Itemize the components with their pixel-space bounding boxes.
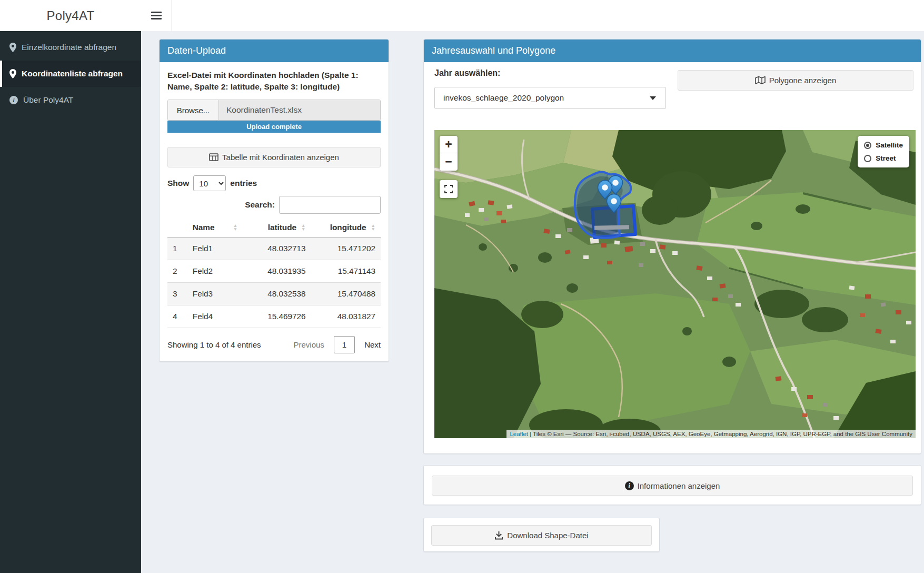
- sidebar-item-ueber[interactable]: i Über Poly4AT: [0, 87, 141, 113]
- fullscreen-button[interactable]: [440, 180, 458, 198]
- previous-page-button[interactable]: Previous: [293, 340, 324, 349]
- show-table-button[interactable]: Tabelle mit Koordinaten anzeigen: [167, 147, 381, 167]
- map-attribution: Leaflet | Tiles © Esri — Source: Esri, i…: [506, 430, 916, 438]
- map-marker-icon: [9, 43, 16, 52]
- zoom-control: + −: [440, 136, 458, 171]
- file-input: Browse... KoordinatenTest.xlsx: [167, 100, 381, 121]
- map-panel-title: Jahresauswahl und Polygone: [424, 39, 921, 62]
- upload-progress-bar: Upload complete: [167, 121, 381, 133]
- next-page-button[interactable]: Next: [364, 340, 381, 349]
- column-header-longitude[interactable]: longitude ▲▼: [311, 218, 381, 238]
- sidebar-item-einzelkoordinate[interactable]: Einzelkoordinate abfragen: [0, 34, 141, 61]
- layer-option-street[interactable]: Street: [864, 154, 903, 162]
- layer-option-satellite[interactable]: Satellite: [864, 141, 903, 149]
- satellite-tiles: [434, 130, 916, 438]
- sidebar: Poly4AT Einzelkoordinate abfragen Koordi…: [0, 0, 141, 573]
- app-logo: Poly4AT: [0, 0, 141, 31]
- sidebar-item-label: Koordinatenliste abfragen: [22, 69, 123, 78]
- leaflet-map[interactable]: + − Satellite Street: [434, 130, 916, 438]
- table-row[interactable]: 1 Feld1 48.032713 15.471202: [167, 238, 381, 260]
- sort-icon: ▲▼: [301, 224, 305, 231]
- zoom-out-button[interactable]: −: [440, 153, 458, 171]
- file-name-field: KoordinatenTest.xlsx: [219, 100, 380, 120]
- sidebar-menu: Einzelkoordinate abfragen Koordinatenlis…: [0, 31, 141, 113]
- page-length-select[interactable]: 10: [193, 175, 226, 191]
- upload-instruction: Excel-Datei mit Koordinaten hochladen (S…: [167, 70, 381, 93]
- sidebar-item-label: Über Poly4AT: [23, 95, 73, 105]
- app-title: Poly4AT: [46, 8, 94, 23]
- year-select-label: Jahr auswählen:: [434, 68, 500, 78]
- sidebar-item-koordinatenliste[interactable]: Koordinatenliste abfragen: [0, 61, 141, 87]
- layer-control: Satellite Street: [858, 136, 909, 167]
- upload-panel-title: Daten-Upload: [160, 39, 389, 62]
- column-header-latitude[interactable]: latitude ▲▼: [243, 218, 311, 238]
- fullscreen-icon: [444, 185, 453, 193]
- table-row[interactable]: 4 Feld4 15.469726 48.031827: [167, 305, 381, 328]
- top-navbar: [141, 0, 924, 31]
- entries-label: entries: [230, 179, 257, 188]
- table-icon: [209, 153, 218, 161]
- show-info-button[interactable]: i Informationen anzeigen: [432, 476, 913, 496]
- pagination: Previous 1 Next: [293, 336, 381, 353]
- hamburger-icon: [151, 12, 162, 13]
- table-row[interactable]: 2 Feld2 48.031935 15.471143: [167, 260, 381, 283]
- sort-icon: ▲▼: [371, 224, 375, 231]
- sidebar-item-label: Einzelkoordinate abfragen: [22, 43, 116, 52]
- year-select[interactable]: invekos_schlaege_2020_polygon: [434, 87, 666, 109]
- table-info: Showing 1 to 4 of 4 entries: [167, 340, 261, 349]
- download-panel: Download Shape-Datei: [423, 518, 660, 552]
- radio-street[interactable]: [864, 155, 871, 162]
- show-polygons-button[interactable]: Polygone anzeigen: [678, 70, 913, 91]
- search-label: Search:: [245, 200, 275, 210]
- map-panel: Jahresauswahl und Polygone Jahr auswähle…: [423, 39, 921, 454]
- leaflet-link[interactable]: Leaflet: [510, 431, 528, 437]
- map-icon: [755, 76, 766, 85]
- download-shape-button[interactable]: Download Shape-Datei: [431, 525, 652, 546]
- info-circle-icon: i: [625, 481, 634, 490]
- caret-down-icon: [650, 96, 656, 100]
- current-page-button[interactable]: 1: [334, 336, 355, 353]
- radio-satellite[interactable]: [864, 142, 871, 149]
- info-circle-icon: i: [9, 96, 18, 104]
- info-panel: i Informationen anzeigen: [423, 465, 921, 505]
- zoom-in-button[interactable]: +: [440, 136, 458, 153]
- upload-panel: Daten-Upload Excel-Datei mit Koordinaten…: [159, 39, 389, 362]
- download-icon: [494, 531, 503, 540]
- browse-button[interactable]: Browse...: [168, 100, 219, 120]
- sort-icon: ▲▼: [233, 224, 237, 231]
- coordinates-table: Name ▲▼ latitude ▲▼ longitude ▲▼: [167, 218, 381, 328]
- app-root: Poly4AT Einzelkoordinate abfragen Koordi…: [0, 0, 924, 573]
- table-row[interactable]: 3 Feld3 48.032538 15.470488: [167, 283, 381, 305]
- search-input[interactable]: [279, 196, 381, 214]
- map-marker-icon: [9, 69, 16, 78]
- sidebar-toggle-button[interactable]: [141, 0, 172, 31]
- column-header-name[interactable]: Name ▲▼: [187, 218, 243, 238]
- show-label: Show: [167, 179, 189, 188]
